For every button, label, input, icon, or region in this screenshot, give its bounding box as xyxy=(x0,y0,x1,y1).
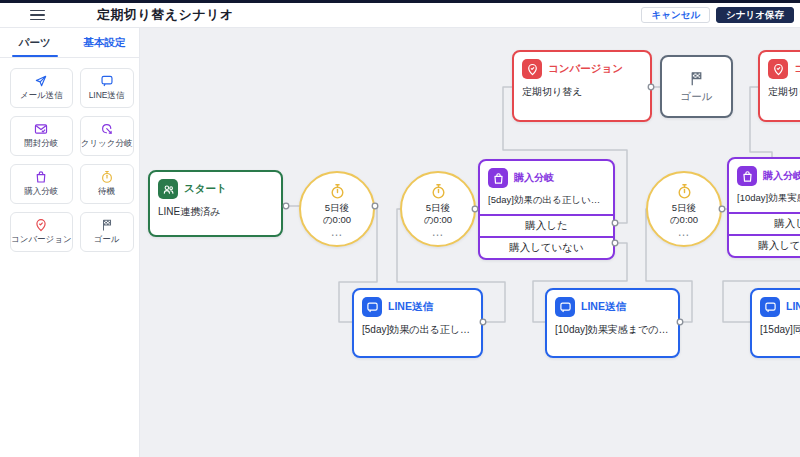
chat-square-icon xyxy=(760,297,780,317)
node-line-send-1[interactable]: LINE送信 [5day]効果の出る正しい使い方 xyxy=(352,288,483,358)
app-header: 定期切り替えシナリオ キャンセル シナリオ保存 xyxy=(0,3,800,28)
node-title: LINE送信 xyxy=(388,300,433,314)
pin-check-icon xyxy=(768,59,788,79)
node-description: LINE連携済み xyxy=(150,199,281,219)
tab-basic-settings[interactable]: 基本設定 xyxy=(70,28,140,57)
node-description: 定期切り替え xyxy=(760,79,800,99)
shopping-bag-icon xyxy=(488,168,508,188)
scenario-canvas[interactable]: スタート LINE連携済み 5日後 の0:00 … 5日後 の0:00 … 5日… xyxy=(140,28,800,457)
node-description: 定期切り替え xyxy=(514,79,650,99)
node-menu-trigger[interactable]: … xyxy=(331,229,344,235)
hamburger-menu-icon[interactable] xyxy=(30,10,45,21)
node-description: [10day]効果実感までの最短期間… xyxy=(547,317,678,337)
node-line-send-3[interactable]: LINE送信 [15day]同じ xyxy=(750,288,800,358)
people-icon xyxy=(158,179,178,199)
node-title: LINE送信 xyxy=(786,300,800,314)
parts-sidebar: パーツ 基本設定 メール送信 LINE送信 開封分岐 クリック分岐 購入分岐 待… xyxy=(0,28,140,457)
checkered-flag-icon xyxy=(688,70,705,87)
part-label: 開封分岐 xyxy=(24,138,58,150)
part-label: コンバージョン xyxy=(11,234,72,246)
part-label: クリック分岐 xyxy=(81,138,133,150)
shopping-bag-icon xyxy=(34,170,48,184)
part-wait[interactable]: 待機 xyxy=(80,164,134,204)
cancel-button[interactable]: キャンセル xyxy=(641,7,710,23)
chat-square-icon xyxy=(100,74,114,88)
stopwatch-icon xyxy=(329,183,346,200)
chat-square-icon xyxy=(362,297,382,317)
wait-time-line2: の0:00 xyxy=(323,214,351,226)
node-title: ゴール xyxy=(681,90,713,104)
sidebar-tabs: パーツ 基本設定 xyxy=(0,28,139,58)
node-conversion-1[interactable]: コンバージョン 定期切り替え xyxy=(512,50,652,122)
node-description: [10day]効果実感まで xyxy=(729,186,800,212)
connector-dot xyxy=(283,203,289,209)
node-goal[interactable]: ゴール xyxy=(660,55,733,118)
part-label: 購入分岐 xyxy=(24,186,58,198)
checkered-flag-icon xyxy=(100,218,114,232)
node-title: LINE送信 xyxy=(581,300,626,314)
node-description: [5day]効果の出る正しい使い方 xyxy=(354,317,481,337)
branch-output-not-purchased[interactable]: 購入していない xyxy=(729,234,800,256)
click-circle-icon xyxy=(100,122,114,136)
paper-plane-icon xyxy=(34,74,48,88)
stopwatch-icon xyxy=(676,183,693,200)
part-open-branch[interactable]: 開封分岐 xyxy=(10,116,73,156)
branch-output-purchased[interactable]: 購入した xyxy=(480,214,613,236)
branch-output-not-purchased[interactable]: 購入していない xyxy=(480,236,613,258)
node-purchase-branch-2[interactable]: 購入分岐 [10day]効果実感まで 購入した 購入していない xyxy=(727,157,800,258)
node-conversion-2[interactable]: コンバージョン 定期切り替え xyxy=(758,50,800,122)
pin-check-icon xyxy=(34,218,48,232)
stopwatch-icon xyxy=(430,183,447,200)
wait-time-line1: 5日後 xyxy=(325,202,349,214)
save-scenario-button[interactable]: シナリオ保存 xyxy=(716,7,794,23)
part-goal[interactable]: ゴール xyxy=(80,212,134,252)
node-menu-trigger[interactable]: … xyxy=(678,229,691,235)
tab-parts[interactable]: パーツ xyxy=(0,28,70,57)
part-label: LINE送信 xyxy=(89,90,125,102)
chat-square-icon xyxy=(555,297,575,317)
part-label: ゴール xyxy=(94,234,120,246)
node-title: コンバージョン xyxy=(548,62,623,76)
wait-time-line1: 5日後 xyxy=(672,202,696,214)
branch-output-purchased[interactable]: 購入した xyxy=(729,212,800,234)
node-line-send-2[interactable]: LINE送信 [10day]効果実感までの最短期間… xyxy=(545,288,680,358)
node-purchase-branch-1[interactable]: 購入分岐 [5day]効果の出る正しい使い方 購入した 購入していない xyxy=(478,159,615,260)
stopwatch-icon xyxy=(100,170,114,184)
wait-time-line2: の0:00 xyxy=(670,214,698,226)
part-label: メール送信 xyxy=(20,90,63,102)
part-click-branch[interactable]: クリック分岐 xyxy=(80,116,134,156)
node-title: 購入分岐 xyxy=(514,171,554,185)
page-title: 定期切り替えシナリオ xyxy=(97,6,234,24)
part-line-send[interactable]: LINE送信 xyxy=(80,68,134,108)
pin-check-icon xyxy=(522,59,542,79)
node-wait-1[interactable]: 5日後 の0:00 … xyxy=(299,171,375,247)
wait-time-line2: の0:00 xyxy=(424,214,452,226)
node-menu-trigger[interactable]: … xyxy=(432,229,445,235)
header-actions: キャンセル シナリオ保存 xyxy=(641,7,794,23)
part-purchase-branch[interactable]: 購入分岐 xyxy=(10,164,73,204)
node-description: [5day]効果の出る正しい使い方 xyxy=(480,188,613,214)
parts-grid: メール送信 LINE送信 開封分岐 クリック分岐 購入分岐 待機 コンバージョン xyxy=(0,58,139,262)
node-title: コンバージョン xyxy=(794,62,800,76)
node-wait-3[interactable]: 5日後 の0:00 … xyxy=(646,171,722,247)
envelope-check-icon xyxy=(34,122,48,136)
shopping-bag-icon xyxy=(737,166,757,186)
node-description: [15day]同じ xyxy=(752,317,800,337)
wait-time-line1: 5日後 xyxy=(426,202,450,214)
node-start[interactable]: スタート LINE連携済み xyxy=(148,170,283,237)
part-label: 待機 xyxy=(98,186,115,198)
node-title: 購入分岐 xyxy=(763,169,800,183)
part-mail-send[interactable]: メール送信 xyxy=(10,68,73,108)
node-wait-2[interactable]: 5日後 の0:00 … xyxy=(400,171,476,247)
part-conversion[interactable]: コンバージョン xyxy=(10,212,73,252)
node-title: スタート xyxy=(184,182,227,196)
